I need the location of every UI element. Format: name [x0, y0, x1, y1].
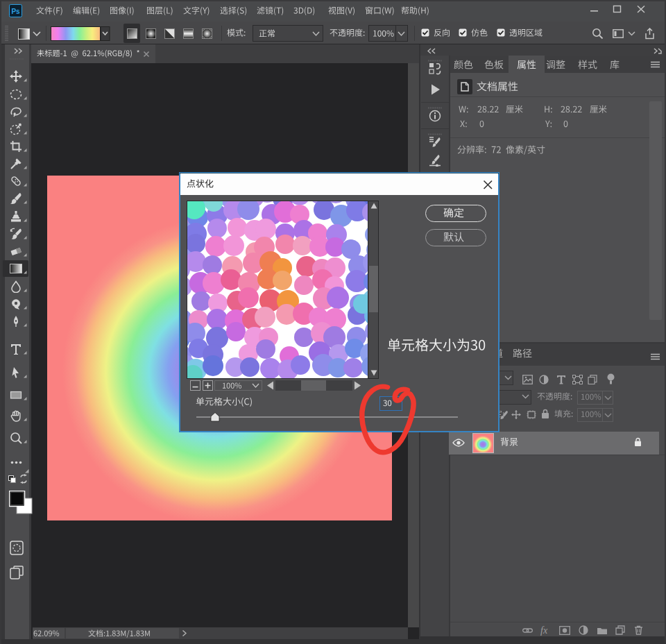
- svg-text:fx: fx: [540, 625, 548, 636]
- svg-text:Ps: Ps: [11, 8, 20, 15]
